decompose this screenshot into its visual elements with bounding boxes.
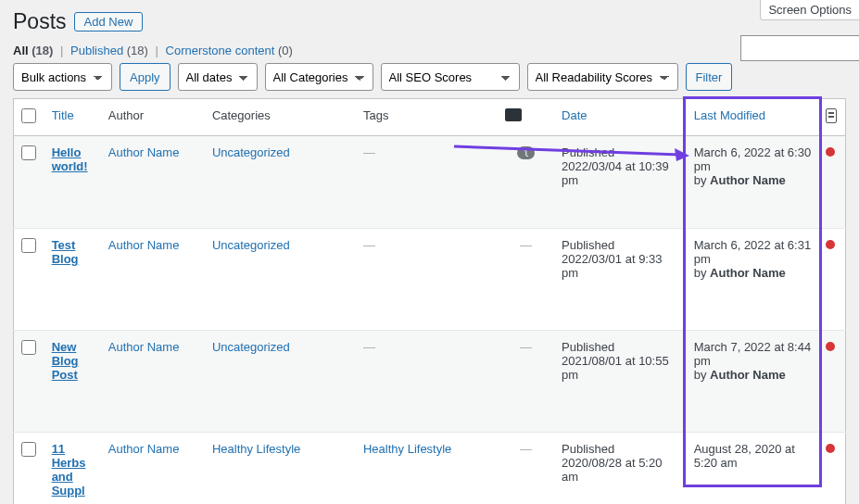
last-modified-date: March 7, 2022 at 8:44 pm (694, 340, 812, 368)
post-title-link[interactable]: 11 Herbs and Suppl (52, 442, 86, 498)
readability-icon (826, 108, 837, 123)
column-comments[interactable] (498, 99, 554, 136)
column-tags[interactable]: Tags (356, 99, 498, 136)
tags-empty: — (363, 238, 375, 252)
row-checkbox[interactable] (21, 238, 36, 253)
search-input[interactable] (740, 35, 859, 61)
filter-categories[interactable]: All Categories (265, 63, 373, 91)
author-link[interactable]: Author Name (108, 442, 180, 456)
row-checkbox[interactable] (21, 340, 36, 355)
category-link[interactable]: Uncategorized (212, 145, 290, 159)
table-row: 11 Herbs and SupplAuthor NameHealthy Lif… (14, 433, 846, 505)
apply-button[interactable]: Apply (120, 63, 171, 91)
table-row: Hello world!Author NameUncategorized—1Pu… (14, 136, 846, 229)
tags-empty: — (363, 145, 375, 159)
last-modified-by: by Author Name (694, 266, 812, 280)
posts-table: Title Author Categories Tags Date Last M… (13, 98, 846, 504)
filter-readability[interactable]: All Readability Scores (527, 63, 678, 91)
status-dot-icon (826, 444, 835, 453)
last-modified-date: March 6, 2022 at 6:31 pm (694, 238, 812, 266)
column-author[interactable]: Author (101, 99, 205, 136)
last-modified-by: by Author Name (694, 173, 812, 187)
column-date[interactable]: Date (554, 99, 687, 136)
view-published[interactable]: Published (18) (70, 44, 148, 57)
column-indicator (818, 99, 845, 136)
tags-empty: — (363, 340, 375, 354)
column-categories[interactable]: Categories (205, 99, 356, 136)
select-all-checkbox[interactable] (21, 108, 36, 123)
date-value: 2020/08/28 at 5:20 am (562, 456, 679, 484)
filter-button[interactable]: Filter (686, 63, 733, 91)
add-new-button[interactable]: Add New (74, 12, 144, 32)
author-link[interactable]: Author Name (108, 238, 180, 252)
date-value: 2022/03/04 at 10:39 pm (562, 159, 679, 187)
filter-seo[interactable]: All SEO Scores (381, 63, 520, 91)
table-row: New Blog PostAuthor NameUncategorized——P… (14, 331, 846, 433)
date-status: Published (562, 238, 679, 252)
last-modified-date: March 6, 2022 at 6:30 pm (694, 145, 812, 173)
author-link[interactable]: Author Name (108, 145, 180, 159)
view-all[interactable]: All (18) (13, 44, 53, 57)
comments-empty: — (520, 340, 532, 354)
comment-count-badge[interactable]: 1 (517, 146, 534, 159)
post-title-link[interactable]: Test Blog (52, 238, 79, 266)
screen-options-tab[interactable]: Screen Options (760, 0, 859, 20)
table-row: Test BlogAuthor NameUncategorized——Publi… (14, 229, 846, 331)
view-filters: All (18) | Published (18) | Cornerstone … (13, 44, 846, 57)
status-dot-icon (826, 240, 835, 249)
date-value: 2021/08/01 at 10:55 pm (562, 354, 679, 382)
column-last-modified[interactable]: Last Modified (687, 99, 819, 136)
tag-link[interactable]: Healthy Lifestyle (363, 442, 451, 456)
row-checkbox[interactable] (21, 442, 36, 457)
category-link[interactable]: Uncategorized (212, 238, 290, 252)
page-title: Posts (13, 9, 67, 34)
date-status: Published (562, 442, 679, 456)
last-modified-date: August 28, 2020 at 5:20 am (694, 442, 812, 470)
category-link[interactable]: Healthy Lifestyle (212, 442, 300, 456)
filter-dates[interactable]: All dates (178, 63, 258, 91)
bulk-actions-select[interactable]: Bulk actions (13, 63, 112, 91)
post-title-link[interactable]: New Blog Post (52, 340, 79, 382)
category-link[interactable]: Uncategorized (212, 340, 290, 354)
comments-empty: — (520, 238, 532, 252)
status-dot-icon (826, 147, 835, 157)
column-title[interactable]: Title (44, 99, 101, 136)
comments-empty: — (520, 442, 532, 456)
comment-icon (505, 108, 522, 121)
date-value: 2022/03/01 at 9:33 pm (562, 252, 679, 280)
view-cornerstone[interactable]: Cornerstone content (166, 44, 275, 57)
status-dot-icon (826, 342, 835, 351)
last-modified-by: by Author Name (694, 368, 812, 382)
date-status: Published (562, 145, 679, 159)
post-title-link[interactable]: Hello world! (52, 145, 88, 173)
author-link[interactable]: Author Name (108, 340, 180, 354)
row-checkbox[interactable] (21, 145, 36, 160)
date-status: Published (562, 340, 679, 354)
